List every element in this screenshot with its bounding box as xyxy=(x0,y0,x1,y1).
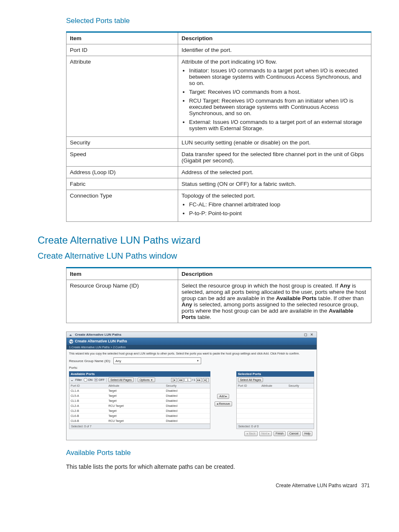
hp-logo-icon: hp xyxy=(69,339,73,344)
cell: RCU Target xyxy=(107,403,165,409)
col-security[interactable]: Security xyxy=(165,383,210,388)
col-port-id[interactable]: Port ID xyxy=(69,383,107,388)
body-paragraph: This table lists the ports for which alt… xyxy=(66,463,370,470)
col-security[interactable]: Security xyxy=(287,383,314,388)
cell-item: Speed xyxy=(66,149,178,167)
select-value: Any xyxy=(115,359,121,363)
cell-item: Address (Loop ID) xyxy=(66,167,178,178)
table-row[interactable]: CL2-ARCU TargetDisabled xyxy=(69,403,210,409)
cell-desc: Topology of the selected port. FC-AL: Fi… xyxy=(178,190,371,222)
heading-window: Create Alternative LUN Paths window xyxy=(38,251,370,261)
desc-bold: Any xyxy=(182,301,192,308)
cell: CL6-B xyxy=(69,414,107,419)
cell: Target xyxy=(107,393,165,398)
resource-group-select[interactable]: Any ▼ xyxy=(113,357,201,364)
col-attribute[interactable]: Attribute xyxy=(107,383,165,388)
instructions-text: This wizard lets you copy the selected h… xyxy=(69,352,314,355)
screenshot-wizard: ⩡ Create Alternative LUN Paths ▢ ✕ hpCre… xyxy=(66,332,317,440)
add-button[interactable]: Add ▸ xyxy=(217,394,229,399)
remove-button[interactable]: ◂ Remove xyxy=(215,401,232,406)
heading-available-ports-table: Available Ports table xyxy=(66,449,370,457)
table-row: Port ID Identifier of the port. xyxy=(66,44,371,56)
page-prev-button[interactable]: ◂◂ xyxy=(178,378,184,382)
list-item: Initiator: Issues I/O commands to a targ… xyxy=(189,67,368,86)
desc-bold: Any xyxy=(340,283,350,289)
available-ports-status: Selected: 0 of 7 xyxy=(69,424,210,429)
col-port-id[interactable]: Port ID xyxy=(237,383,260,388)
cell-item: Fabric xyxy=(66,178,178,190)
page-number-input[interactable]: 1 xyxy=(184,378,191,382)
page-number: 371 xyxy=(361,483,370,488)
selected-ports-status: Selected: 0 of 0 xyxy=(236,424,314,429)
filter-label: Filter xyxy=(75,378,82,381)
close-icon[interactable]: ✕ xyxy=(309,333,314,337)
filter-on-radio[interactable]: ON xyxy=(84,378,93,382)
col-description: Description xyxy=(178,268,371,280)
panel-header-text: Create Alternative LUN Paths xyxy=(75,339,127,343)
help-button[interactable]: Help xyxy=(302,431,312,436)
window-title: Create Alternative LUN Paths xyxy=(75,333,121,337)
cell-item: Resource Group Name (ID) xyxy=(66,280,178,323)
cancel-button[interactable]: Cancel xyxy=(287,431,301,436)
filter-off-radio[interactable]: OFF xyxy=(94,378,105,382)
table-row: Speed Data transfer speed for the select… xyxy=(66,149,371,167)
cell: CL2-B xyxy=(69,409,107,414)
desc-bold: Available Ports xyxy=(276,295,317,301)
footer-text: Create Alternative LUN Paths wizard xyxy=(276,483,357,488)
finish-button[interactable]: Finish xyxy=(274,431,286,436)
selected-ports-title: Selected Ports xyxy=(236,371,314,377)
cell-desc: Identifier of the port. xyxy=(178,44,371,56)
panel-header: hpCreate Alternative LUN Paths xyxy=(66,338,317,345)
cell-item: Security xyxy=(66,137,178,149)
maximize-icon[interactable]: ▢ xyxy=(303,333,308,337)
select-all-pages-button[interactable]: Select All Pages xyxy=(108,378,134,382)
table-row[interactable]: CL1-BTargetDisabled xyxy=(69,398,210,403)
available-ports-grid[interactable]: Port ID Attribute Security CL1-ATargetDi… xyxy=(69,383,210,424)
cell: Disabled xyxy=(165,403,210,409)
table-row[interactable]: CL5-ATargetDisabled xyxy=(69,393,210,398)
col-description: Description xyxy=(178,32,371,44)
cell-desc: Attribute of the port indicating I/O flo… xyxy=(178,56,371,137)
ports-label: Ports: xyxy=(69,366,78,370)
cell: RCU Target xyxy=(107,419,165,424)
chevron-down-icon: ▼ xyxy=(151,379,153,381)
cell: CL1-B xyxy=(69,398,107,403)
selected-ports-grid[interactable]: Port ID Attribute Security xyxy=(236,383,314,424)
options-button[interactable]: Options ▼ xyxy=(138,378,155,382)
page-last-button[interactable]: ▸| xyxy=(203,378,209,382)
table-row[interactable]: CL8-BRCU TargetDisabled xyxy=(69,419,210,424)
list-item: P-to-P: Point-to-point xyxy=(189,210,368,216)
list-item: Target: Receives I/O commands from a hos… xyxy=(189,89,368,95)
collapse-icon[interactable]: ⩡ xyxy=(69,333,72,337)
cell: Disabled xyxy=(165,419,210,424)
table-row[interactable]: CL6-BTargetDisabled xyxy=(69,414,210,419)
desc-text: table. xyxy=(196,314,212,320)
page-first-button[interactable]: |◂ xyxy=(171,378,177,382)
table-selected-ports: Item Description Port ID Identifier of t… xyxy=(66,31,371,222)
selected-ports-toolbar: Select All Pages xyxy=(236,377,314,383)
next-button[interactable]: Next ▸ xyxy=(259,431,272,436)
back-button[interactable]: ◂ Back xyxy=(244,431,258,436)
cell-item: Connection Type xyxy=(66,190,178,222)
cell: Target xyxy=(107,388,165,393)
cell: Disabled xyxy=(165,398,210,403)
available-ports-toolbar: ⩡ Filter ON OFF Select All Pages Options… xyxy=(69,377,210,383)
heading-selected-ports-table: Selected Ports table xyxy=(66,17,370,25)
cell-item: Port ID xyxy=(66,44,178,56)
table-row[interactable]: CL2-BTargetDisabled xyxy=(69,409,210,414)
list-item: RCU Target: Receives I/O commands from a… xyxy=(189,98,368,116)
page-footer: Create Alternative LUN Paths wizard 371 xyxy=(38,483,370,488)
col-attribute[interactable]: Attribute xyxy=(260,383,287,388)
select-all-pages-button[interactable]: Select All Pages xyxy=(238,378,263,382)
window-titlebar[interactable]: ⩡ Create Alternative LUN Paths ▢ ✕ xyxy=(66,332,317,338)
cell: CL5-A xyxy=(69,393,107,398)
cell: Disabled xyxy=(165,414,210,419)
page-next-button[interactable]: ▸▸ xyxy=(196,378,202,382)
table-row: Resource Group Name (ID) Select the reso… xyxy=(66,280,371,323)
cell-desc: Data transfer speed for the selected fib… xyxy=(178,149,371,167)
table-create-alt-lun: Item Description Resource Group Name (ID… xyxy=(66,267,371,323)
table-row[interactable]: CL1-ATargetDisabled xyxy=(69,388,210,393)
desc-intro: Topology of the selected port. xyxy=(182,193,255,199)
filter-icon[interactable]: ⩡ xyxy=(71,378,74,381)
desc-text: table. If other than xyxy=(317,295,364,301)
